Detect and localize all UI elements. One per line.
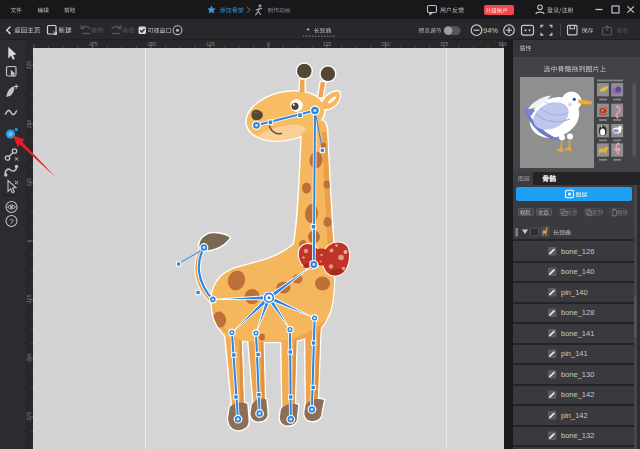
svg-text:-250: -250 [26, 353, 32, 363]
svg-text:pin_141: pin_141 [561, 349, 588, 358]
svg-text:?: ? [9, 217, 14, 226]
svg-text:250: 250 [381, 41, 390, 47]
svg-text:375: 375 [26, 61, 32, 70]
svg-text:bone_128: bone_128 [561, 308, 594, 317]
svg-text:94%: 94% [483, 26, 498, 35]
svg-text:bone_141: bone_141 [561, 329, 594, 338]
svg-text:bone_132: bone_132 [561, 431, 594, 440]
svg-text:-125: -125 [205, 41, 215, 47]
svg-text:bone_142: bone_142 [561, 390, 594, 399]
svg-text:pin_142: pin_142 [561, 411, 588, 420]
svg-text:-375: -375 [26, 412, 32, 422]
svg-text:bone_126: bone_126 [561, 247, 594, 256]
svg-text:500: 500 [499, 41, 508, 47]
svg-text:-125: -125 [26, 294, 32, 304]
svg-text:125: 125 [26, 178, 32, 187]
svg-text:250: 250 [26, 119, 32, 128]
svg-text:-375: -375 [87, 41, 97, 47]
svg-text:0: 0 [267, 41, 270, 47]
svg-text:0: 0 [26, 239, 32, 242]
svg-text:bone_140: bone_140 [561, 267, 594, 276]
svg-text:pin_140: pin_140 [561, 288, 588, 297]
svg-text:bone_130: bone_130 [561, 370, 594, 379]
svg-text:*: * [307, 26, 310, 35]
svg-text:-250: -250 [146, 41, 156, 47]
svg-text:125: 125 [323, 41, 332, 47]
svg-text:375: 375 [440, 41, 449, 47]
